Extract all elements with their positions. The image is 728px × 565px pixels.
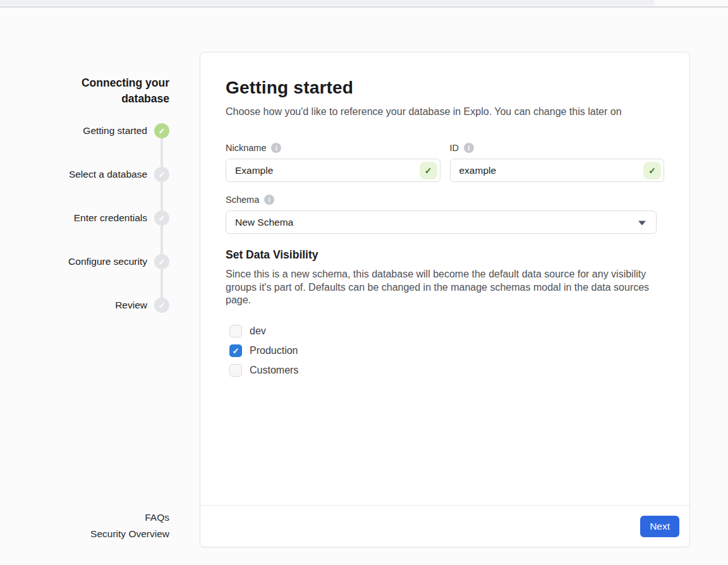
- step-label: Select a database: [69, 169, 147, 180]
- stepper-title: Connecting your database: [67, 75, 169, 107]
- visibility-group-label: Customers: [250, 365, 298, 376]
- nickname-input[interactable]: [226, 159, 440, 182]
- schema-field-group: Schema i New Schema: [226, 195, 664, 234]
- stepper-item: Review✓: [68, 298, 169, 313]
- step-label: Enter credentials: [74, 212, 147, 224]
- card-body: Getting started Choose how you'd like to…: [200, 52, 689, 505]
- page-title: Getting started: [226, 76, 664, 99]
- schema-select-value: New Schema: [235, 217, 293, 228]
- nickname-field-group: Nickname i ✓: [226, 143, 440, 182]
- checkbox-unchecked[interactable]: [229, 325, 242, 337]
- id-field-group: ID i ✓: [450, 143, 665, 182]
- info-icon[interactable]: i: [271, 143, 281, 153]
- nickname-label-row: Nickname i: [226, 143, 440, 153]
- step-check-icon: ✓: [154, 167, 169, 182]
- info-icon[interactable]: i: [264, 195, 274, 205]
- stepper-item: Enter credentials✓: [68, 210, 169, 226]
- checkbox-checked[interactable]: ✓: [229, 344, 242, 357]
- sidebar-links: FAQsSecurity Overview: [90, 509, 169, 542]
- visibility-group-label: dev: [250, 325, 266, 337]
- step-check-icon: ✓: [154, 210, 169, 226]
- visibility-group-label: Production: [250, 345, 298, 356]
- page-subtitle: Choose how you'd like to reference your …: [226, 105, 664, 118]
- id-label-row: ID i: [450, 143, 665, 153]
- next-button[interactable]: Next: [640, 516, 679, 537]
- valid-check-icon: ✓: [420, 162, 437, 179]
- stepper-sidebar: Connecting your database Getting started…: [0, 0, 169, 565]
- step-check-icon: ✓: [154, 123, 169, 138]
- id-input-wrap: ✓: [450, 159, 665, 182]
- sidebar-link[interactable]: Security Overview: [90, 526, 169, 542]
- step-label: Getting started: [83, 125, 147, 137]
- info-icon[interactable]: i: [464, 143, 474, 153]
- nickname-input-wrap: ✓: [226, 159, 440, 182]
- visibility-group-list: dev✓ProductionCustomers: [229, 322, 664, 380]
- stepper: Getting started✓Select a database✓Enter …: [68, 123, 169, 341]
- stepper-item: Select a database✓: [68, 167, 169, 182]
- nickname-label: Nickname: [226, 143, 266, 153]
- sidebar-link[interactable]: FAQs: [90, 509, 169, 526]
- schema-label-row: Schema i: [226, 195, 664, 205]
- step-check-icon: ✓: [154, 298, 169, 313]
- step-label: Review: [115, 300, 147, 311]
- visibility-heading: Set Data Visibility: [226, 248, 664, 262]
- chevron-down-icon: [638, 221, 646, 225]
- visibility-group-row[interactable]: Customers: [229, 361, 664, 380]
- id-input[interactable]: [450, 159, 665, 182]
- visibility-description: Since this is a new schema, this databas…: [226, 268, 664, 307]
- fields-row: Nickname i ✓ ID i ✓: [226, 143, 664, 182]
- step-label: Configure security: [68, 256, 147, 267]
- getting-started-card: Getting started Choose how you'd like to…: [200, 52, 690, 547]
- schema-label: Schema: [226, 195, 259, 205]
- valid-check-icon: ✓: [643, 162, 661, 179]
- schema-select[interactable]: New Schema: [226, 210, 657, 234]
- checkbox-unchecked[interactable]: [229, 364, 242, 377]
- card-footer: Next: [200, 505, 689, 547]
- stepper-item: Getting started✓: [68, 123, 169, 138]
- stepper-item: Configure security✓: [68, 254, 169, 269]
- visibility-group-row[interactable]: ✓Production: [229, 341, 664, 361]
- step-check-icon: ✓: [154, 254, 169, 269]
- id-label: ID: [450, 143, 459, 153]
- visibility-group-row[interactable]: dev: [229, 322, 664, 341]
